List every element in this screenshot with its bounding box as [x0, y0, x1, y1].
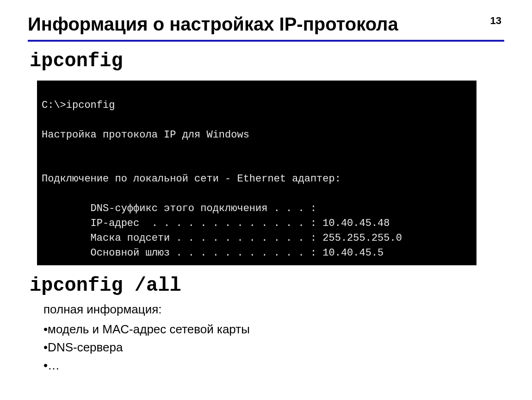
command-ipconfig: ipconfig: [30, 50, 532, 72]
terminal-prompt-line: C:\>ipconfig: [42, 100, 115, 111]
page-number: 13: [490, 13, 504, 27]
terminal-detail-line: DNS-суффикс этого подключения . . . :: [42, 203, 316, 214]
terminal-header-line: Настройка протокола IP для Windows: [42, 129, 249, 141]
info-header: полная информация:: [43, 300, 532, 319]
terminal-detail-line: Маска подсети . . . . . . . . . . . : 25…: [42, 232, 402, 244]
bullet-item: …: [43, 356, 532, 375]
terminal-detail-line: IP-адрес . . . . . . . . . . . . . : 10.…: [42, 218, 390, 229]
terminal-output: C:\>ipconfig Настройка протокола IP для …: [37, 81, 476, 265]
info-bullets: модель и MAC-адрес сетевой карты DNS-сер…: [43, 320, 532, 375]
slide-title: Информация о настройках IP-протокола: [28, 13, 398, 35]
bullet-item: DNS-сервера: [43, 338, 532, 356]
info-block: полная информация: модель и MAC-адрес се…: [43, 300, 532, 375]
command-ipconfig-all: ipconfig /all: [30, 275, 532, 297]
slide-header: Информация о настройках IP-протокола 13: [0, 0, 532, 35]
terminal-detail-line: Основной шлюз . . . . . . . . . . . : 10…: [42, 247, 384, 259]
title-underline: [28, 40, 504, 42]
terminal-adapter-line: Подключение по локальной сети - Ethernet…: [42, 173, 341, 185]
bullet-item: модель и MAC-адрес сетевой карты: [43, 320, 532, 338]
